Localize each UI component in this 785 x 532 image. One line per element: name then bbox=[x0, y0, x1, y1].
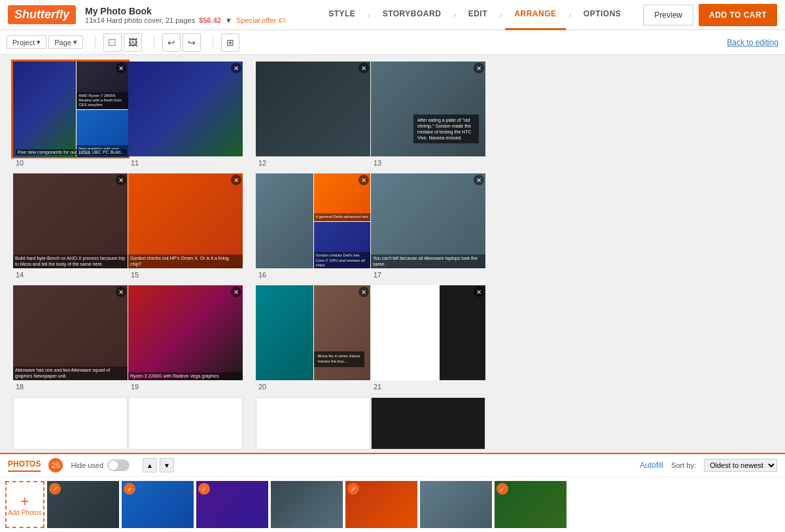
page-10-close[interactable]: ✕ bbox=[116, 63, 126, 73]
strip-photo-1[interactable]: ✓ bbox=[47, 481, 119, 528]
toolbar: Project ▾ Page ▾ ☐ 🖼 ↩ ↪ ⊞ Back to editi… bbox=[0, 30, 785, 55]
page-11[interactable]: ✕ bbox=[128, 62, 243, 156]
tab-edit[interactable]: EDIT bbox=[459, 0, 497, 30]
add-photos-button[interactable]: + Add Photos bbox=[5, 481, 44, 528]
scroll-down-button[interactable]: ▼ bbox=[160, 458, 174, 472]
page-15-close[interactable]: ✕ bbox=[231, 175, 241, 185]
logo: Shutterfly bbox=[8, 5, 76, 24]
page-16-number: 16 bbox=[256, 271, 370, 279]
page-11-close[interactable]: ✕ bbox=[231, 63, 241, 73]
grid-view-button[interactable]: ⊞ bbox=[221, 33, 239, 52]
undo-button[interactable]: ↩ bbox=[162, 33, 181, 52]
spread-14-15[interactable]: ✕ Build hard byte-Bench or AirIO-X proce… bbox=[13, 173, 243, 279]
photo-cell-16c bbox=[256, 173, 313, 268]
hide-used-toggle[interactable] bbox=[107, 459, 130, 471]
page-18-close[interactable]: ✕ bbox=[116, 287, 126, 297]
page-16[interactable]: ✕ A general Delta-advanced test Gordon c… bbox=[256, 173, 370, 268]
file-tools-group: ☐ 🖼 bbox=[103, 33, 142, 52]
page-14-close[interactable]: ✕ bbox=[116, 175, 126, 185]
new-page-button[interactable]: ☐ bbox=[103, 33, 122, 52]
page-12[interactable]: ✕ bbox=[256, 62, 370, 156]
toolbar-separator-3 bbox=[213, 35, 213, 50]
photos-tab[interactable]: PHOTOS bbox=[8, 459, 41, 472]
page-19[interactable]: ✕ Ryzen 3 2200G with Radeon Vega graphic… bbox=[128, 285, 243, 380]
redo-button[interactable]: ↪ bbox=[183, 33, 201, 52]
spread-16-17[interactable]: ✕ A general Delta-advanced test Gordon c… bbox=[256, 173, 485, 279]
photo-2-check-badge: ✓ bbox=[124, 483, 135, 495]
add-to-cart-button[interactable]: ADD TO CART bbox=[699, 4, 777, 26]
autofill-button[interactable]: Autofill bbox=[640, 461, 663, 470]
toolbar-separator-2 bbox=[154, 35, 154, 50]
top-header: Shutterfly My Photo Book 11x14 Hard phot… bbox=[0, 0, 785, 30]
photo-1-check-badge: ✓ bbox=[49, 483, 61, 495]
scroll-controls: ▲ ▼ bbox=[143, 458, 174, 472]
tab-arrange[interactable]: ARRANGE bbox=[505, 0, 565, 30]
page-13[interactable]: ✕ After eating a plate of "old shrimp," … bbox=[371, 62, 485, 156]
spread-12-13[interactable]: ✕ ✕ After eating a plate of "old shrimp,… bbox=[256, 62, 485, 167]
page-20[interactable]: ✕ Mona fits in when Alaina misses the bu… bbox=[256, 285, 370, 380]
tab-style[interactable]: STYLE bbox=[319, 0, 364, 30]
page-14[interactable]: ✕ Build hard byte-Bench or AirIO-X proce… bbox=[13, 173, 128, 268]
scroll-up-button[interactable]: ▲ bbox=[143, 458, 157, 472]
photo-strip: + Add Photos ✓ ✓ ✓ ✓ ✓ bbox=[0, 477, 785, 532]
page-21[interactable]: ✕ bbox=[371, 285, 485, 380]
page-11-number: 11 bbox=[128, 159, 243, 167]
page-19-close[interactable]: ✕ bbox=[231, 287, 241, 297]
pages-row-4 bbox=[13, 397, 772, 450]
page-21-number: 21 bbox=[371, 383, 485, 391]
strip-photo-5[interactable]: ✓ bbox=[345, 481, 417, 528]
back-to-editing-link[interactable]: Back to editing bbox=[727, 38, 778, 47]
image-tool-button[interactable]: 🖼 bbox=[124, 33, 142, 52]
sort-select[interactable]: Oldest to newest Newest to oldest A-Z bbox=[704, 459, 777, 472]
page-17[interactable]: ✕ You can't tell because all Alienware l… bbox=[371, 173, 485, 268]
page-14-number: 14 bbox=[13, 271, 128, 279]
page-17-close[interactable]: ✕ bbox=[474, 175, 484, 185]
strip-photo-4[interactable] bbox=[271, 481, 343, 528]
page-13-close[interactable]: ✕ bbox=[474, 63, 484, 73]
page-21-close[interactable]: ✕ bbox=[474, 287, 484, 297]
add-photos-plus-icon: + bbox=[20, 493, 29, 509]
blank-spread-left bbox=[13, 397, 243, 450]
blank-page-2 bbox=[128, 397, 243, 450]
page-21-right bbox=[440, 285, 485, 380]
page-15[interactable]: ✕ Gordon checks out HP's Omen X. Or is i… bbox=[128, 173, 243, 268]
undo-redo-group: ↩ ↪ bbox=[162, 33, 201, 52]
page-12-close[interactable]: ✕ bbox=[358, 63, 369, 73]
pages-row-1: ✕ AMD Ryzen 7 2800X: Review with a fresh… bbox=[13, 62, 772, 167]
photo-7-check-badge: ✓ bbox=[497, 483, 508, 495]
page-13-number: 13 bbox=[371, 159, 485, 167]
strip-photo-7[interactable]: ✓ bbox=[495, 481, 567, 528]
tab-storyboard[interactable]: STORYBOARD bbox=[374, 0, 451, 30]
page-12-number: 12 bbox=[256, 159, 370, 167]
page-15-number: 15 bbox=[128, 271, 243, 279]
page-18-number: 18 bbox=[13, 383, 128, 391]
photo-cell-16b: Gordon checks Dell's low Core i7 GPU and… bbox=[314, 222, 371, 269]
tab-options[interactable]: OPTIONS bbox=[574, 0, 631, 30]
blank-page-1 bbox=[13, 397, 128, 450]
strip-photo-3[interactable]: ✓ bbox=[196, 481, 268, 528]
page-10[interactable]: ✕ AMD Ryzen 7 2800X: Review with a fresh… bbox=[13, 62, 128, 156]
photo-5-check-badge: ✓ bbox=[347, 483, 359, 495]
project-dropdown[interactable]: Project ▾ bbox=[7, 35, 46, 49]
strip-photo-2[interactable]: ✓ bbox=[122, 481, 194, 528]
page-20-close[interactable]: ✕ bbox=[358, 287, 369, 297]
book-info: My Photo Book 11x14 Hard photo cover, 21… bbox=[85, 6, 285, 24]
caption-overlay: Five new components for our 1950s UBC PC… bbox=[16, 149, 126, 155]
page-dropdown[interactable]: Page ▾ bbox=[48, 35, 83, 49]
page-13-caption: After eating a plate of "old shrimp," Go… bbox=[413, 115, 479, 143]
sort-label: Sort by: bbox=[671, 461, 696, 469]
spread-20-21[interactable]: ✕ Mona fits in when Alaina misses the bu… bbox=[256, 285, 485, 391]
preview-button[interactable]: Preview bbox=[643, 5, 693, 26]
spread-10-11[interactable]: ✕ AMD Ryzen 7 2800X: Review with a fresh… bbox=[13, 62, 243, 167]
photo-cell-20b: Mona fits in when Alaina misses the bus.… bbox=[314, 285, 371, 380]
page-18[interactable]: ✕ Alienware has one and two Alienware sq… bbox=[13, 285, 128, 380]
page-16-close[interactable]: ✕ bbox=[358, 175, 369, 185]
nav-tabs: STYLE › STORYBOARD › EDIT › ARRANGE › OP… bbox=[319, 0, 630, 30]
blank-spread-right bbox=[256, 397, 485, 450]
page-10-number: 10 bbox=[13, 159, 128, 167]
photo-3-check-badge: ✓ bbox=[198, 483, 210, 495]
strip-photo-6[interactable] bbox=[420, 481, 492, 528]
photo-cell-20a bbox=[256, 285, 313, 380]
spread-18-19[interactable]: ✕ Alienware has one and two Alienware sq… bbox=[13, 285, 243, 391]
hide-used-control: Hide used bbox=[71, 459, 130, 471]
